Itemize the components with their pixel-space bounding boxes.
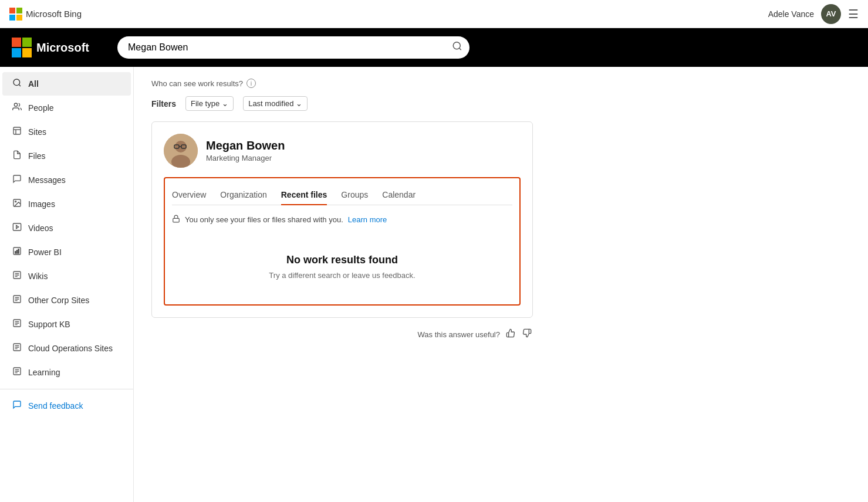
sites-icon [12,126,22,138]
filters-label: Filters [151,99,176,108]
sidebar-item-support-kb[interactable]: Support KB [2,313,131,336]
sidebar-item-messages[interactable]: Messages [2,168,131,192]
tab-groups[interactable]: Groups [341,185,368,205]
powerbi-icon [12,246,22,258]
privacy-notice-text: You only see your files or files shared … [185,215,343,224]
filters-row: Filters File type ⌄ Last modified ⌄ [151,96,850,111]
file-type-chevron: ⌄ [222,99,228,108]
sidebar-item-wikis[interactable]: Wikis [2,264,131,288]
sidebar-item-images[interactable]: Images [2,192,131,216]
search-box [117,36,470,59]
thumbs-down-button[interactable] [521,327,533,341]
ms-logo: Microsoft [12,38,106,57]
profile-info: Megan Bowen Marketing Manager [206,139,285,162]
search-button[interactable] [452,41,462,55]
learn-more-link[interactable]: Learn more [348,215,387,224]
profile-card: Megan Bowen Marketing Manager Overview O… [151,121,533,318]
tab-overview[interactable]: Overview [172,185,206,205]
support-kb-icon [12,318,22,330]
hamburger-menu[interactable]: ☰ [848,7,859,21]
ms-search-bar: Microsoft [0,28,868,67]
learning-icon [12,367,22,378]
sidebar-send-feedback-label: Send feedback [28,401,83,411]
search-icon [12,78,22,90]
sidebar-item-send-feedback[interactable]: Send feedback [2,394,131,418]
files-icon [12,150,22,162]
svg-point-4 [14,103,17,106]
sidebar-item-support-kb-label: Support KB [28,320,70,329]
profile-card-inner: Overview Organization Recent files Group… [164,177,521,306]
no-results-subtitle: Try a different search or leave us feedb… [184,271,501,280]
svg-point-2 [13,79,20,86]
sidebar-item-all[interactable]: All [2,72,131,96]
sidebar-item-other-corp[interactable]: Other Corp Sites [2,289,131,312]
bing-top-bar: Microsoft Bing Adele Vance AV ☰ [0,0,868,28]
sidebar-item-cloud-ops-label: Cloud Operations Sites [28,344,113,353]
sidebar-item-messages-label: Messages [28,175,66,185]
profile-tabs: Overview Organization Recent files Group… [172,185,512,205]
sidebar-item-powerbi[interactable]: Power BI [2,240,131,264]
profile-avatar [164,134,198,168]
videos-icon [12,222,22,234]
info-icon[interactable]: i [246,79,256,88]
tab-organization[interactable]: Organization [220,185,266,205]
profile-name: Megan Bowen [206,139,285,152]
sidebar-item-wikis-label: Wikis [28,272,48,281]
images-icon [12,198,22,210]
svg-line-3 [19,84,21,86]
other-corp-icon [12,294,22,306]
logo-green [16,8,22,13]
thumbs-up-button[interactable] [505,327,516,341]
sidebar-item-videos[interactable]: Videos [2,216,131,240]
no-results-section: No work results found Try a different se… [172,236,512,297]
sidebar-item-videos-label: Videos [28,223,53,233]
last-modified-chevron: ⌄ [296,99,302,108]
logo-blue [9,15,15,21]
user-avatar[interactable]: AV [821,4,841,24]
sidebar-item-people[interactable]: People [2,96,131,120]
ms-brand-text: Microsoft [36,41,89,55]
sidebar-item-other-corp-label: Other Corp Sites [28,296,89,305]
profile-header: Megan Bowen Marketing Manager [164,134,521,168]
ms-logo-yellow [22,48,32,57]
user-name-label: Adele Vance [768,9,814,19]
bing-brand-text: Microsoft Bing [26,9,82,19]
svg-rect-13 [18,249,19,253]
svg-marker-9 [16,225,19,228]
svg-point-0 [453,42,460,49]
bing-logo: Microsoft Bing [9,8,82,21]
svg-rect-8 [13,223,21,230]
file-type-filter[interactable]: File type ⌄ [185,96,234,111]
no-results-title: No work results found [184,254,501,266]
content-area: Who can see work results? i Filters File… [134,67,868,502]
wikis-icon [12,270,22,282]
svg-point-7 [15,201,16,202]
logo-red [9,8,15,13]
logo-yellow [16,15,22,21]
svg-rect-5 [13,127,21,134]
sidebar-item-files[interactable]: Files [2,144,131,168]
sidebar-item-sites[interactable]: Sites [2,120,131,144]
ms-logo-blue [12,48,21,57]
bing-logo-grid [9,8,22,21]
sidebar-item-files-label: Files [28,151,46,161]
svg-rect-25 [173,218,180,222]
privacy-notice: You only see your files or files shared … [172,215,512,225]
sidebar-item-learning[interactable]: Learning [2,361,131,384]
tab-recent-files[interactable]: Recent files [281,185,327,205]
sidebar: All People Sites Files Messages [0,67,134,502]
cloud-ops-icon [12,342,22,354]
tab-calendar[interactable]: Calendar [382,185,416,205]
ms-logo-green [22,38,32,47]
last-modified-label: Last modified [248,99,293,108]
sidebar-item-images-label: Images [28,199,55,209]
search-input[interactable] [117,36,470,59]
file-type-label: File type [191,99,219,108]
sidebar-item-learning-label: Learning [28,368,60,377]
ms-logo-red [12,38,21,47]
main-layout: All People Sites Files Messages [0,67,868,502]
svg-rect-12 [16,250,17,253]
sidebar-item-cloud-ops[interactable]: Cloud Operations Sites [2,337,131,360]
last-modified-filter[interactable]: Last modified ⌄ [243,96,308,111]
profile-job-title: Marketing Manager [206,154,285,162]
